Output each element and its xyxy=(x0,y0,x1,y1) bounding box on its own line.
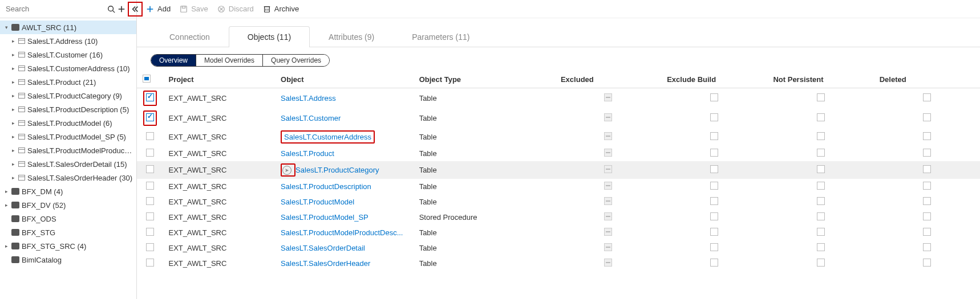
object-link[interactable]: SalesLT.ProductModel_SP xyxy=(281,213,368,222)
tree-node-child[interactable]: ▸SalesLT.Customer (16) xyxy=(0,48,136,62)
header-notpersistent[interactable]: Not Persistent xyxy=(767,71,873,88)
excluded-checkbox[interactable] xyxy=(604,182,612,190)
subtab-overview[interactable]: Overview xyxy=(151,55,196,66)
tree-node-child[interactable]: ▸SalesLT.SalesOrderDetail (15) xyxy=(0,157,136,171)
table-row[interactable]: EXT_AWLT_SRCSalesLT.AddressTable xyxy=(137,88,980,109)
excluded-checkbox[interactable] xyxy=(604,259,612,267)
notpersistent-checkbox[interactable] xyxy=(817,132,825,140)
notpersistent-checkbox[interactable] xyxy=(817,197,825,205)
select-all-checkbox[interactable] xyxy=(143,75,151,83)
tree-node-db[interactable]: ▸BFX_DM (4) xyxy=(0,185,136,198)
subtab-model[interactable]: Model Overrides xyxy=(196,55,262,66)
tree-node-child[interactable]: ▸SalesLT.ProductModel_SP (5) xyxy=(0,130,136,144)
excludebuild-checkbox[interactable] xyxy=(710,228,718,236)
excludebuild-checkbox[interactable] xyxy=(710,132,718,140)
object-link[interactable]: SalesLT.ProductCategory xyxy=(295,166,379,174)
row-checkbox[interactable] xyxy=(146,93,154,101)
header-objecttype[interactable]: Object Type xyxy=(414,71,555,88)
excludebuild-checkbox[interactable] xyxy=(710,93,718,101)
deleted-checkbox[interactable] xyxy=(923,93,931,101)
archive-button[interactable]: Archive xyxy=(263,5,299,13)
notpersistent-checkbox[interactable] xyxy=(817,243,825,251)
notpersistent-checkbox[interactable] xyxy=(817,228,825,236)
row-checkbox[interactable] xyxy=(146,212,154,220)
tab-attributes[interactable]: Attributes (9) xyxy=(310,26,393,47)
object-link[interactable]: SalesLT.Address xyxy=(281,94,336,103)
tree-node-child[interactable]: ▸SalesLT.ProductDescription (5) xyxy=(0,103,136,116)
excluded-checkbox[interactable] xyxy=(604,165,612,173)
row-checkbox[interactable] xyxy=(146,259,154,267)
row-checkbox[interactable] xyxy=(146,165,154,173)
notpersistent-checkbox[interactable] xyxy=(817,149,825,157)
deleted-checkbox[interactable] xyxy=(923,212,931,220)
deleted-checkbox[interactable] xyxy=(923,113,931,121)
object-link[interactable]: SalesLT.Customer xyxy=(281,114,341,122)
tree-node-child[interactable]: ▸SalesLT.ProductModel (6) xyxy=(0,116,136,130)
notpersistent-checkbox[interactable] xyxy=(817,212,825,220)
excluded-checkbox[interactable] xyxy=(604,197,612,205)
header-object[interactable]: Object xyxy=(275,71,414,88)
row-checkbox[interactable] xyxy=(146,182,154,190)
deleted-checkbox[interactable] xyxy=(923,259,931,267)
object-link[interactable]: SalesLT.ProductModelProductDesc... xyxy=(281,228,403,237)
tab-connection[interactable]: Connection xyxy=(151,26,229,47)
table-row[interactable]: EXT_AWLT_SRC➤SalesLT.ProductCategoryTabl… xyxy=(137,161,980,179)
tree-node-child[interactable]: ▸SalesLT.ProductCategory (9) xyxy=(0,89,136,103)
excludebuild-checkbox[interactable] xyxy=(710,165,718,173)
object-link[interactable]: SalesLT.Product xyxy=(281,149,334,158)
tree-node-child[interactable]: ▸SalesLT.Address (10) xyxy=(0,34,136,48)
excludebuild-checkbox[interactable] xyxy=(710,212,718,220)
tree-node-child[interactable]: ▸SalesLT.Product (21) xyxy=(0,75,136,89)
tree-node-child[interactable]: ▸SalesLT.SalesOrderHeader (30) xyxy=(0,171,136,185)
table-row[interactable]: EXT_AWLT_SRCSalesLT.ProductModelProductD… xyxy=(137,225,980,240)
tree-node-db[interactable]: ▸BFX_STG_SRC (4) xyxy=(0,239,136,253)
save-button[interactable]: Save xyxy=(180,5,208,13)
row-checkbox[interactable] xyxy=(146,149,154,157)
notpersistent-checkbox[interactable] xyxy=(817,113,825,121)
object-link[interactable]: SalesLT.ProductModel xyxy=(281,198,354,206)
excluded-checkbox[interactable] xyxy=(604,113,612,121)
excluded-checkbox[interactable] xyxy=(604,93,612,101)
header-project[interactable]: Project xyxy=(163,71,276,88)
subtab-query[interactable]: Query Overrides xyxy=(262,55,329,66)
excludebuild-checkbox[interactable] xyxy=(710,259,718,267)
tree-node-child[interactable]: ▸SalesLT.CustomerAddress (10) xyxy=(0,62,136,75)
row-checkbox[interactable] xyxy=(146,113,154,121)
row-checkbox[interactable] xyxy=(146,132,154,140)
header-excludebuild[interactable]: Exclude Build xyxy=(661,71,767,88)
tree-node-db[interactable]: BFX_STG xyxy=(0,226,136,239)
excluded-checkbox[interactable] xyxy=(604,243,612,251)
search-input[interactable] xyxy=(2,2,105,15)
table-row[interactable]: EXT_AWLT_SRCSalesLT.SalesOrderDetailTabl… xyxy=(137,240,980,256)
table-row[interactable]: EXT_AWLT_SRCSalesLT.SalesOrderHeaderTabl… xyxy=(137,256,980,271)
deleted-checkbox[interactable] xyxy=(923,132,931,140)
table-row[interactable]: EXT_AWLT_SRCSalesLT.ProductDescriptionTa… xyxy=(137,179,980,194)
object-link[interactable]: SalesLT.ProductDescription xyxy=(281,182,371,191)
tree-node-db[interactable]: BimlCatalog xyxy=(0,253,136,267)
excludebuild-checkbox[interactable] xyxy=(710,113,718,121)
object-link[interactable]: SalesLT.CustomerAddress xyxy=(284,133,371,141)
deleted-checkbox[interactable] xyxy=(923,182,931,190)
navigate-icon[interactable]: ➤ xyxy=(282,166,291,175)
row-checkbox[interactable] xyxy=(146,228,154,236)
tab-parameters[interactable]: Parameters (11) xyxy=(393,26,488,47)
header-excluded[interactable]: Excluded xyxy=(555,71,661,88)
excludebuild-checkbox[interactable] xyxy=(710,182,718,190)
row-checkbox[interactable] xyxy=(146,197,154,205)
notpersistent-checkbox[interactable] xyxy=(817,165,825,173)
tab-objects[interactable]: Objects (11) xyxy=(229,26,310,47)
notpersistent-checkbox[interactable] xyxy=(817,259,825,267)
tree-node-child[interactable]: ▸SalesLT.ProductModelProductDescripti... xyxy=(0,144,136,157)
excluded-checkbox[interactable] xyxy=(604,149,612,157)
tree-node-db[interactable]: ▸BFX_DV (52) xyxy=(0,198,136,212)
header-deleted[interactable]: Deleted xyxy=(874,71,980,88)
add-item-icon[interactable] xyxy=(118,3,125,15)
deleted-checkbox[interactable] xyxy=(923,149,931,157)
excluded-checkbox[interactable] xyxy=(604,228,612,236)
excludebuild-checkbox[interactable] xyxy=(710,197,718,205)
deleted-checkbox[interactable] xyxy=(923,165,931,173)
excludebuild-checkbox[interactable] xyxy=(710,149,718,157)
table-row[interactable]: EXT_AWLT_SRCSalesLT.ProductTable xyxy=(137,146,980,161)
table-row[interactable]: EXT_AWLT_SRCSalesLT.ProductModelTable xyxy=(137,194,980,210)
row-checkbox[interactable] xyxy=(146,243,154,251)
